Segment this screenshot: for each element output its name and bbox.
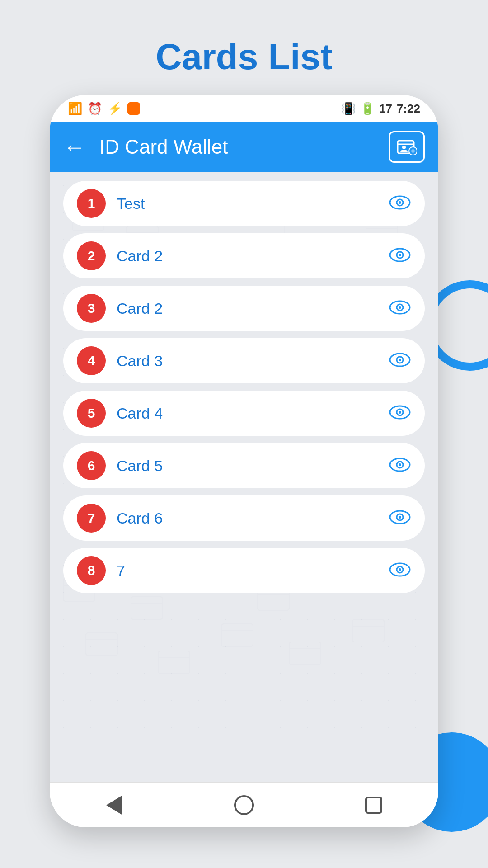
alarm-icon: ⏰	[88, 102, 102, 116]
battery-icon: 🔋	[360, 102, 375, 116]
eye-icon	[389, 300, 411, 315]
nav-recent-button[interactable]	[360, 792, 387, 819]
svg-point-40	[399, 201, 401, 204]
view-card-button-6[interactable]	[389, 457, 411, 474]
card-name-2: Card 2	[117, 247, 389, 265]
card-name-5: Card 4	[117, 405, 389, 422]
eye-icon	[389, 509, 411, 525]
svg-rect-20	[131, 597, 163, 619]
home-circle-icon	[234, 795, 254, 815]
svg-rect-28	[86, 633, 117, 656]
app-bar: ← ID Card Wallet	[50, 122, 438, 172]
eye-icon	[389, 457, 411, 472]
eye-icon	[389, 405, 411, 420]
orange-app-icon	[127, 102, 140, 115]
card-list-area: 1Test 2Card 2 3Card 2 4Card 3 5Card 4 6C…	[50, 172, 438, 782]
card-number-badge-1: 1	[77, 189, 106, 218]
app-bar-title: ID Card Wallet	[99, 136, 389, 158]
card-number-badge-7: 7	[77, 504, 106, 533]
card-list-item-4[interactable]: 4Card 3	[63, 338, 425, 383]
svg-point-49	[399, 359, 401, 361]
view-card-button-2[interactable]	[389, 247, 411, 264]
view-card-button-1[interactable]	[389, 195, 411, 212]
svg-rect-36	[352, 619, 384, 642]
nav-back-button[interactable]	[101, 792, 128, 819]
back-triangle-icon	[106, 795, 122, 815]
bottom-nav	[50, 782, 438, 827]
cards-list: 1Test 2Card 2 3Card 2 4Card 3 5Card 4 6C…	[63, 181, 425, 593]
card-list-item-5[interactable]: 5Card 4	[63, 391, 425, 436]
svg-rect-30	[158, 651, 190, 674]
card-list-item-3[interactable]: 3Card 2	[63, 286, 425, 331]
eye-icon	[389, 562, 411, 577]
vibrate-icon: 📳	[341, 102, 356, 116]
nav-home-button[interactable]	[230, 792, 258, 819]
card-number-badge-2: 2	[77, 241, 106, 270]
card-list-item-6[interactable]: 6Card 5	[63, 443, 425, 488]
add-card-icon	[397, 139, 417, 155]
signal-icon: 📶	[68, 102, 82, 116]
view-card-button-8[interactable]	[389, 562, 411, 579]
phone-frame: 📶 ⏰ ⚡ 📳 🔋 17 7:22 ← ID Card Wallet	[50, 95, 438, 827]
view-card-button-3[interactable]	[389, 300, 411, 317]
page-title: Cards List	[0, 36, 488, 78]
svg-point-5	[402, 146, 406, 149]
card-name-7: Card 6	[117, 509, 389, 527]
card-number-badge-6: 6	[77, 451, 106, 480]
eye-icon	[389, 247, 411, 263]
back-button[interactable]: ←	[63, 134, 86, 160]
usb-icon: ⚡	[108, 102, 122, 116]
card-name-6: Card 5	[117, 457, 389, 475]
card-name-3: Card 2	[117, 300, 389, 317]
card-number-badge-5: 5	[77, 399, 106, 428]
card-list-item-7[interactable]: 7Card 6	[63, 495, 425, 541]
card-name-1: Test	[117, 195, 389, 212]
svg-point-52	[399, 411, 401, 414]
battery-level: 17	[379, 102, 392, 116]
view-card-button-7[interactable]	[389, 509, 411, 527]
svg-point-55	[399, 463, 401, 466]
card-list-item-8[interactable]: 87	[63, 548, 425, 593]
svg-point-46	[399, 306, 401, 309]
svg-point-61	[399, 568, 401, 571]
svg-rect-32	[221, 624, 253, 646]
eye-icon	[389, 195, 411, 210]
svg-point-43	[399, 254, 401, 256]
svg-rect-34	[289, 642, 321, 665]
view-card-button-4[interactable]	[389, 352, 411, 369]
recent-square-icon	[365, 797, 382, 814]
status-left: 📶 ⏰ ⚡	[68, 102, 140, 116]
status-bar: 📶 ⏰ ⚡ 📳 🔋 17 7:22	[50, 95, 438, 122]
view-card-button-5[interactable]	[389, 405, 411, 422]
eye-icon	[389, 352, 411, 368]
card-list-item-2[interactable]: 2Card 2	[63, 233, 425, 278]
add-card-button[interactable]	[389, 131, 425, 163]
svg-point-58	[399, 516, 401, 519]
status-right: 📳 🔋 17 7:22	[341, 102, 420, 116]
card-number-badge-4: 4	[77, 346, 106, 375]
card-name-8: 7	[117, 562, 389, 580]
card-number-badge-3: 3	[77, 294, 106, 323]
card-name-4: Card 3	[117, 352, 389, 370]
card-number-badge-8: 8	[77, 556, 106, 585]
card-list-item-1[interactable]: 1Test	[63, 181, 425, 226]
time-display: 7:22	[397, 102, 420, 116]
